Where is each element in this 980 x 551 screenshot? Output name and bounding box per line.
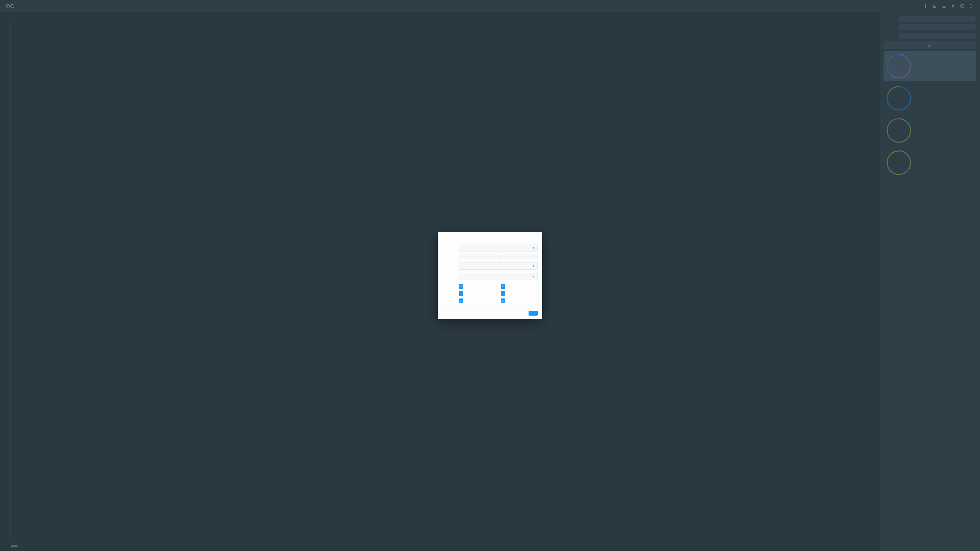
checkbox-dow[interactable] [501,291,505,296]
modal-date-to[interactable] [500,255,538,259]
checkbox-date[interactable] [458,284,463,289]
modal-team-select[interactable]: ▼ [458,262,538,270]
export-csv-button[interactable] [528,311,538,315]
modal-overlay[interactable]: ▼ ▼ ▼ [0,0,980,551]
modal-driver-select[interactable]: ▼ [458,273,538,280]
modal-period-select[interactable]: ▼ [458,244,538,252]
checkbox-driver[interactable] [501,298,505,303]
checkbox-week[interactable] [501,284,505,289]
checkbox-month[interactable] [458,291,463,296]
modal-date-from[interactable] [458,255,497,259]
export-modal: ▼ ▼ ▼ [438,232,542,319]
checkbox-hod[interactable] [458,298,463,303]
